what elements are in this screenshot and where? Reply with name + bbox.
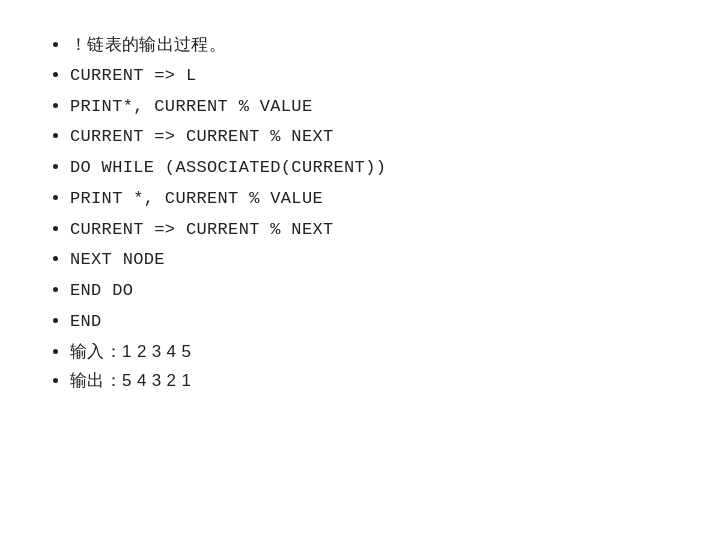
list-item: CURRENT => CURRENT % NEXT xyxy=(70,214,386,245)
list-item: CURRENT => L xyxy=(70,60,386,91)
item-text: PRINT*, CURRENT % VALUE xyxy=(70,97,312,116)
list-item: PRINT*, CURRENT % VALUE xyxy=(70,91,386,122)
item-text: NEXT NODE xyxy=(70,250,165,269)
item-text: DO WHILE (ASSOCIATED(CURRENT)) xyxy=(70,158,386,177)
item-text: PRINT *, CURRENT % VALUE xyxy=(70,189,323,208)
item-text: ！链表的输出过程。 xyxy=(70,35,226,54)
item-text: CURRENT => L xyxy=(70,66,197,85)
item-text: END xyxy=(70,312,102,331)
item-text: 输入：1 2 3 4 5 xyxy=(70,342,191,361)
item-text: END DO xyxy=(70,281,133,300)
list-item: CURRENT => CURRENT % NEXT xyxy=(70,121,386,152)
item-text: CURRENT => CURRENT % NEXT xyxy=(70,220,334,239)
list-item: END xyxy=(70,306,386,337)
item-text: 输出：5 4 3 2 1 xyxy=(70,371,191,390)
list-item: 输出：5 4 3 2 1 xyxy=(70,366,386,396)
list-item: PRINT *, CURRENT % VALUE xyxy=(70,183,386,214)
item-text: CURRENT => CURRENT % NEXT xyxy=(70,127,334,146)
list-item: DO WHILE (ASSOCIATED(CURRENT)) xyxy=(70,152,386,183)
list-item: END DO xyxy=(70,275,386,306)
list-item: 输入：1 2 3 4 5 xyxy=(70,337,386,367)
list-item: NEXT NODE xyxy=(70,244,386,275)
content-list: ！链表的输出过程。 CURRENT => L PRINT*, CURRENT %… xyxy=(40,30,386,396)
list-item: ！链表的输出过程。 xyxy=(70,30,386,60)
